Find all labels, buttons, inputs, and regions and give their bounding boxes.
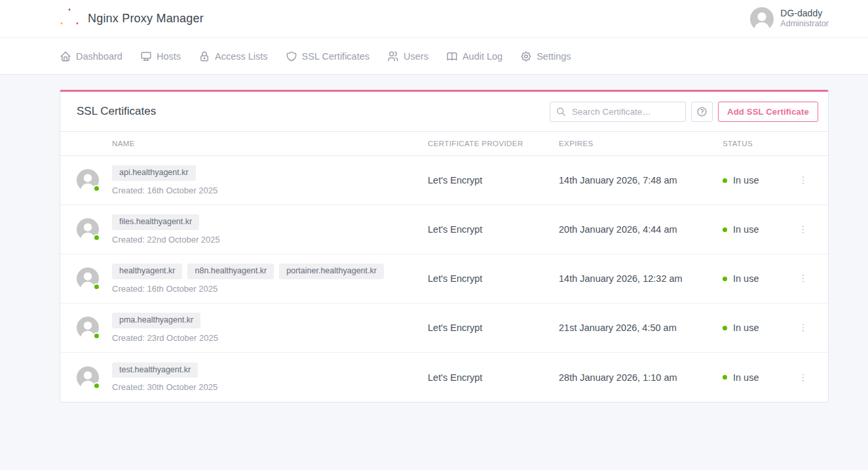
created-date: Created: 23rd October 2025 bbox=[112, 333, 428, 343]
online-dot-icon bbox=[93, 185, 100, 192]
domain-tag: pma.healthyagent.kr bbox=[112, 313, 200, 328]
row-menu-button[interactable] bbox=[795, 172, 811, 188]
column-header-name: NAME bbox=[112, 140, 428, 147]
certificate-provider: Let's Encrypt bbox=[428, 323, 559, 333]
nav-item-label: Hosts bbox=[157, 51, 181, 62]
certificate-provider: Let's Encrypt bbox=[428, 224, 559, 235]
help-button[interactable] bbox=[691, 102, 713, 122]
certificate-row: pma.healthyagent.kr Created: 23rd Octobe… bbox=[60, 304, 828, 353]
online-dot-icon bbox=[93, 234, 100, 241]
shield-icon bbox=[286, 50, 297, 62]
status-dot-icon bbox=[723, 178, 727, 183]
status-badge: In use bbox=[733, 323, 759, 333]
status-badge: In use bbox=[733, 372, 759, 383]
created-date: Created: 22nd October 2025 bbox=[112, 235, 428, 245]
search-input[interactable] bbox=[550, 102, 686, 122]
add-ssl-certificate-button[interactable]: Add SSL Certificate bbox=[718, 102, 818, 122]
domain-tags: healthyagent.krn8n.healthyagent.krportai… bbox=[112, 264, 428, 279]
domain-tag: api.healthyagent.kr bbox=[112, 165, 196, 181]
column-header-expires: EXPIRES bbox=[559, 140, 723, 147]
kebab-icon bbox=[798, 323, 808, 333]
status-badge: In use bbox=[733, 175, 759, 186]
nav-item-label: Access Lists bbox=[215, 51, 268, 62]
certificate-row: test.healthyagent.kr Created: 30th Octob… bbox=[60, 353, 828, 402]
domain-tag: portainer.healthyagent.kr bbox=[279, 264, 384, 279]
domain-tag: healthyagent.kr bbox=[112, 264, 182, 279]
domain-tags: api.healthyagent.kr bbox=[112, 165, 428, 181]
nav-item-hosts[interactable]: Hosts bbox=[140, 50, 181, 62]
online-dot-icon bbox=[93, 332, 100, 340]
created-date: Created: 30th October 2025 bbox=[112, 382, 428, 392]
row-menu-button[interactable] bbox=[795, 370, 811, 385]
app-logo-icon bbox=[60, 8, 79, 29]
nav-item-access-lists[interactable]: Access Lists bbox=[198, 50, 268, 62]
domain-tag: files.healthyagent.kr bbox=[112, 214, 199, 230]
created-date: Created: 16th October 2025 bbox=[112, 186, 428, 195]
expires-date: 28th January 2026, 1:10 am bbox=[559, 372, 723, 383]
user-avatar bbox=[750, 7, 774, 31]
content-area: SSL Certificates Add SSL Certificate NAM… bbox=[0, 90, 868, 402]
row-menu-button[interactable] bbox=[795, 271, 811, 286]
monitor-icon bbox=[140, 50, 152, 62]
row-menu-button[interactable] bbox=[795, 222, 811, 237]
kebab-icon bbox=[798, 273, 808, 284]
main-nav: Dashboard Hosts Access Lists SSL Certifi… bbox=[0, 38, 868, 75]
expires-date: 14th January 2026, 7:48 am bbox=[559, 175, 723, 186]
column-header-status: STATUS bbox=[723, 140, 795, 147]
kebab-icon bbox=[798, 175, 808, 186]
nav-item-label: SSL Certificates bbox=[302, 51, 369, 62]
domain-tag: n8n.healthyagent.kr bbox=[187, 264, 274, 279]
domain-tags: test.healthyagent.kr bbox=[112, 362, 428, 378]
users-icon bbox=[387, 50, 399, 62]
online-dot-icon bbox=[93, 283, 100, 290]
certificate-avatar bbox=[77, 218, 99, 241]
gear-icon bbox=[520, 50, 532, 62]
certificate-row: files.healthyagent.kr Created: 22nd Octo… bbox=[60, 205, 828, 254]
status-dot-icon bbox=[723, 326, 727, 330]
nav-item-label: Audit Log bbox=[462, 51, 502, 62]
online-dot-icon bbox=[93, 382, 100, 389]
certificate-avatar bbox=[77, 366, 99, 389]
domain-tags: files.healthyagent.kr bbox=[112, 214, 428, 230]
expires-date: 14th January 2026, 12:32 am bbox=[559, 273, 723, 284]
ssl-certificates-card: SSL Certificates Add SSL Certificate NAM… bbox=[60, 90, 829, 402]
column-header-provider: CERTIFICATE PROVIDER bbox=[428, 140, 559, 147]
status-dot-icon bbox=[723, 277, 727, 281]
nav-item-settings[interactable]: Settings bbox=[520, 50, 571, 62]
search-icon bbox=[556, 107, 566, 117]
kebab-icon bbox=[798, 224, 808, 235]
card-header: SSL Certificates Add SSL Certificate bbox=[60, 92, 828, 131]
certificate-provider: Let's Encrypt bbox=[428, 273, 559, 284]
domain-tag: test.healthyagent.kr bbox=[112, 362, 198, 378]
user-role: Administrator bbox=[780, 19, 829, 29]
certificate-row: api.healthyagent.kr Created: 16th Octobe… bbox=[60, 156, 828, 205]
certificate-row: healthyagent.krn8n.healthyagent.krportai… bbox=[60, 254, 828, 304]
nav-item-ssl-certificates[interactable]: SSL Certificates bbox=[286, 50, 369, 62]
certificate-provider: Let's Encrypt bbox=[428, 372, 559, 383]
nav-item-label: Settings bbox=[537, 51, 571, 62]
table-header-row: NAME CERTIFICATE PROVIDER EXPIRES STATUS bbox=[60, 131, 828, 156]
kebab-icon bbox=[798, 372, 808, 383]
search-box bbox=[550, 102, 686, 122]
status-badge: In use bbox=[733, 224, 759, 235]
nav-item-users[interactable]: Users bbox=[387, 50, 428, 62]
status-badge: In use bbox=[733, 273, 759, 284]
status-dot-icon bbox=[723, 227, 727, 232]
row-menu-button[interactable] bbox=[795, 320, 811, 336]
user-menu[interactable]: DG-daddy Administrator bbox=[750, 7, 829, 31]
certificate-avatar bbox=[77, 169, 99, 191]
nav-item-label: Dashboard bbox=[76, 51, 123, 62]
expires-date: 21st January 2026, 4:50 am bbox=[559, 323, 723, 333]
certificate-provider: Let's Encrypt bbox=[428, 175, 559, 186]
help-icon bbox=[696, 106, 708, 117]
home-icon bbox=[60, 50, 71, 62]
expires-date: 20th January 2026, 4:44 am bbox=[559, 224, 723, 235]
user-name: DG-daddy bbox=[780, 8, 829, 20]
book-icon bbox=[446, 50, 458, 62]
page-title: SSL Certificates bbox=[77, 105, 156, 118]
brand[interactable]: Nginx Proxy Manager bbox=[60, 8, 204, 29]
certificate-avatar bbox=[77, 267, 99, 290]
nav-item-audit-log[interactable]: Audit Log bbox=[446, 50, 502, 62]
status-dot-icon bbox=[723, 375, 727, 380]
nav-item-dashboard[interactable]: Dashboard bbox=[60, 50, 123, 62]
